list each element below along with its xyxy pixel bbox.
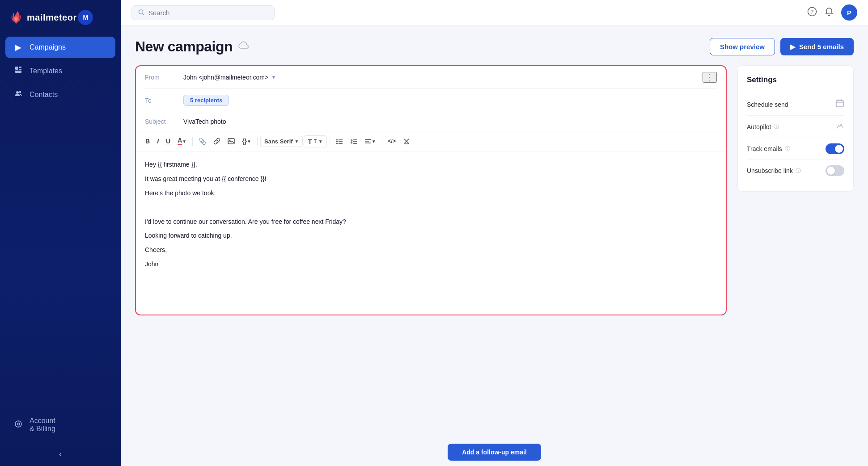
nav-items: ▶ Campaigns Templates Contacts Account &… bbox=[0, 33, 121, 442]
search-input[interactable] bbox=[148, 9, 268, 17]
user-avatar[interactable]: P bbox=[841, 4, 857, 21]
settings-title: Settings bbox=[747, 76, 844, 84]
templates-icon bbox=[13, 66, 23, 76]
text-color-button[interactable]: A ▼ bbox=[174, 135, 190, 147]
show-preview-button[interactable]: Show preview bbox=[710, 38, 775, 55]
svg-rect-29 bbox=[836, 101, 843, 107]
image-icon bbox=[228, 138, 235, 145]
image-button[interactable] bbox=[224, 135, 238, 147]
sidebar: mailmeteor M ▶ Campaigns Templates Conta… bbox=[0, 0, 121, 466]
bullet-list-button[interactable] bbox=[333, 135, 346, 147]
sidebar-item-contacts[interactable]: Contacts bbox=[5, 84, 115, 105]
svg-rect-1 bbox=[19, 67, 21, 68]
autopilot-text: Autopilot bbox=[747, 123, 771, 130]
subject-row: Subject bbox=[145, 112, 717, 131]
from-row: From John <john@mailmeteor.com> ▼ ⋮ bbox=[145, 66, 717, 89]
toolbar-divider-1 bbox=[192, 137, 193, 146]
link-icon bbox=[213, 138, 220, 145]
attach-button[interactable]: 📎 bbox=[195, 135, 209, 147]
from-address: John <john@mailmeteor.com> bbox=[183, 74, 268, 81]
source-button[interactable]: </> bbox=[385, 136, 399, 147]
collapse-icon: ‹ bbox=[59, 449, 62, 459]
flame-icon bbox=[10, 10, 22, 25]
recipients-badge[interactable]: 5 recipients bbox=[183, 95, 229, 106]
unsubscribe-toggle[interactable] bbox=[826, 165, 844, 176]
page-content: New campaign Show preview ▶ Send 5 email… bbox=[121, 25, 868, 466]
subject-input[interactable] bbox=[183, 118, 717, 125]
number-list-icon: 1.2.3. bbox=[350, 138, 357, 145]
clear-format-button[interactable] bbox=[400, 135, 413, 147]
schedule-send-label: Schedule send bbox=[747, 101, 788, 108]
send-emails-button[interactable]: ▶ Send 5 emails bbox=[780, 38, 854, 55]
svg-rect-3 bbox=[15, 71, 21, 73]
help-icon[interactable]: ? bbox=[807, 7, 817, 19]
track-emails-toggle-track bbox=[826, 143, 844, 154]
schedule-send-text: Schedule send bbox=[747, 101, 788, 108]
align-button[interactable]: ▼ bbox=[361, 135, 379, 147]
unsubscribe-toggle-track bbox=[826, 165, 844, 176]
setting-row-track-emails: Track emails ⓘ bbox=[747, 138, 844, 160]
svg-point-7 bbox=[17, 423, 20, 425]
editor-body[interactable]: Hey {{ firstname }}, It was great meetin… bbox=[136, 151, 726, 315]
toolbar-divider-3 bbox=[330, 137, 330, 146]
send-label: Send 5 emails bbox=[799, 43, 844, 50]
composer-more-button[interactable]: ⋮ bbox=[703, 72, 717, 83]
header-actions: Show preview ▶ Send 5 emails bbox=[710, 38, 854, 55]
track-emails-toggle[interactable] bbox=[826, 143, 844, 154]
subject-label: Subject bbox=[145, 118, 176, 125]
schedule-send-icon[interactable] bbox=[835, 99, 844, 110]
search-icon bbox=[138, 9, 145, 16]
sidebar-item-label-account: Account & Billing bbox=[30, 417, 55, 433]
sidebar-item-templates[interactable]: Templates bbox=[5, 60, 115, 82]
to-label: To bbox=[145, 97, 176, 104]
font-family-button[interactable]: Sans Serif ▼ bbox=[260, 136, 303, 147]
underline-button[interactable]: U bbox=[163, 135, 174, 147]
font-size-dropdown: ▼ bbox=[318, 139, 323, 144]
sidebar-item-account-billing[interactable]: Account & Billing bbox=[5, 411, 115, 439]
bold-button[interactable]: B bbox=[142, 135, 153, 147]
composer-area: From John <john@mailmeteor.com> ▼ ⋮ To 5… bbox=[135, 65, 854, 437]
cloud-icon[interactable] bbox=[238, 41, 250, 53]
topbar: ? P bbox=[121, 0, 868, 25]
from-value[interactable]: John <john@mailmeteor.com> ▼ bbox=[183, 74, 276, 81]
sidebar-item-campaigns[interactable]: ▶ Campaigns bbox=[5, 37, 115, 58]
font-size-button[interactable]: T T ▼ bbox=[304, 135, 326, 147]
track-emails-info-icon[interactable]: ⓘ bbox=[785, 145, 790, 153]
font-name: Sans Serif bbox=[264, 138, 293, 145]
number-list-button[interactable]: 1.2.3. bbox=[347, 135, 360, 147]
autopilot-info-icon[interactable]: ⓘ bbox=[774, 123, 779, 130]
code-dropdown: ▼ bbox=[247, 139, 251, 144]
setting-row-schedule: Schedule send bbox=[747, 93, 844, 116]
svg-rect-0 bbox=[15, 67, 18, 70]
add-followup-button[interactable]: Add a follow-up email bbox=[448, 444, 541, 461]
to-row: To 5 recipients bbox=[145, 89, 717, 112]
main-area: ? P New campaign Show preview ▶ Send 5 e… bbox=[121, 0, 868, 466]
link-button[interactable] bbox=[210, 135, 224, 147]
editor-line-7: Cheers, bbox=[145, 245, 717, 256]
setting-row-unsubscribe: Unsubscribe link ⓘ bbox=[747, 160, 844, 181]
search-wrap[interactable] bbox=[131, 5, 275, 20]
settings-panel: Settings Schedule send Autopilot ⓘ bbox=[737, 65, 854, 192]
clear-format-icon bbox=[403, 138, 410, 145]
svg-point-13 bbox=[336, 139, 338, 141]
italic-button[interactable]: I bbox=[154, 135, 162, 147]
color-a: A bbox=[178, 137, 182, 145]
unsubscribe-info-icon[interactable]: ⓘ bbox=[796, 167, 801, 175]
editor-toolbar: B I U A ▼ 📎 {} bbox=[136, 131, 726, 151]
font-size-t: T bbox=[314, 139, 317, 144]
sidebar-item-label-campaigns: Campaigns bbox=[30, 43, 66, 51]
campaigns-icon: ▶ bbox=[13, 42, 23, 52]
autopilot-icon[interactable] bbox=[835, 121, 844, 132]
toolbar-divider-4 bbox=[382, 137, 382, 146]
notifications-icon[interactable] bbox=[824, 7, 834, 19]
page-title: New campaign bbox=[135, 38, 233, 55]
code-button[interactable]: {} ▼ bbox=[239, 135, 254, 147]
svg-point-5 bbox=[19, 91, 21, 93]
unsubscribe-text: Unsubscribe link bbox=[747, 167, 793, 174]
svg-text:3.: 3. bbox=[351, 142, 353, 145]
page-header: New campaign Show preview ▶ Send 5 email… bbox=[135, 38, 854, 55]
editor-line-1: Hey {{ firstname }}, bbox=[145, 160, 717, 170]
sidebar-collapse-button[interactable]: ‹ bbox=[0, 442, 121, 466]
page-title-wrap: New campaign bbox=[135, 38, 250, 55]
sidebar-item-label-contacts: Contacts bbox=[30, 91, 58, 99]
